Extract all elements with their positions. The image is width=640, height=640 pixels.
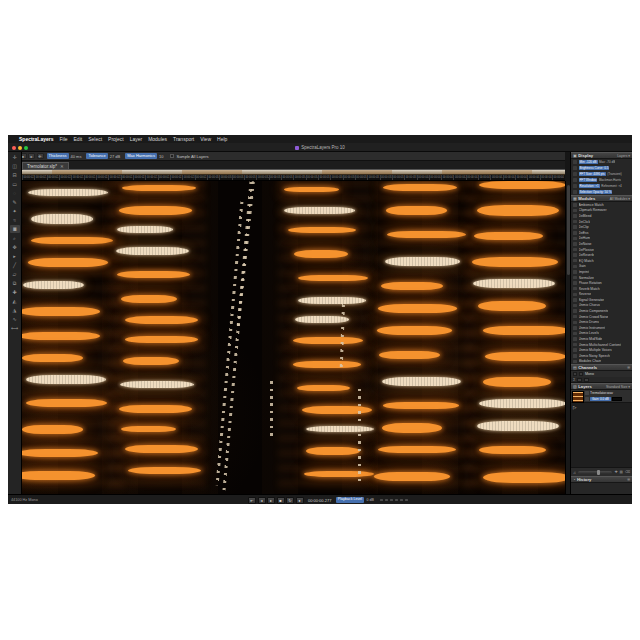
module-label: Ambience Match (579, 203, 604, 207)
harmonics-selection-tool[interactable]: ≣ (10, 225, 20, 233)
frequency-selection-tool[interactable]: ⊟ (10, 171, 20, 179)
display-row-chip[interactable]: Min: -120 dB (579, 160, 598, 165)
zoom-control-dot[interactable] (405, 499, 408, 502)
channel-select-button[interactable] (573, 372, 577, 376)
channel-mute-button[interactable] (579, 372, 583, 376)
tool-option-value[interactable]: 10 (159, 154, 163, 159)
menu-item-modules[interactable]: Modules (148, 135, 167, 143)
window-title: SpectraLayers Pro 10 (301, 145, 345, 150)
layers-size-dropdown[interactable]: Standard Size ▾ (606, 385, 630, 389)
display-row-chip[interactable]: Selection Opacity: 50 % (579, 190, 613, 195)
display-row-chip[interactable]: Brightness Curve: 0.5 (579, 166, 610, 171)
spectro-harmonic-bar (478, 301, 546, 311)
layer-volume-slider[interactable] (578, 471, 612, 474)
merge-layers-icon[interactable]: ▤ (620, 470, 623, 474)
channels-panel-header[interactable]: ▤ Channels ☰ (571, 364, 632, 371)
clone-stamp-tool[interactable]: ⧉ (10, 279, 20, 287)
zoom-control-dot[interactable] (400, 499, 403, 502)
module-label: Unmix Drums (579, 320, 600, 324)
pencil-tool[interactable]: ∿ (10, 315, 20, 323)
history-panel-header[interactable]: ◔ History ☰ (571, 476, 632, 483)
channels-panel-menu-icon[interactable]: ☰ (627, 366, 630, 370)
similarity-selection-tool[interactable]: ≈ (10, 216, 20, 224)
tool-option-value[interactable]: 40 ms (71, 154, 82, 159)
menu-item-project[interactable]: Project (108, 135, 124, 143)
zoom-control-dot[interactable] (380, 499, 383, 502)
display-row-chip[interactable]: FFT Size: 4096 pts (579, 172, 606, 177)
delete-layer-icon[interactable]: ⌫ (625, 470, 630, 474)
playback-level-chip[interactable]: Playback Level (336, 497, 364, 503)
transport-button-3[interactable]: ■ (277, 497, 285, 504)
zoom-control-dot[interactable] (395, 499, 398, 502)
transport-button-0[interactable]: ⇤ (248, 497, 256, 504)
layer-item[interactable]: Tremolator.wav Gain: 0.0 dB (571, 390, 632, 403)
layer-volume-slider-thumb[interactable] (597, 470, 600, 475)
sample-all-layers-checkbox[interactable] (170, 154, 174, 158)
tool-option-value[interactable]: 27 dB (110, 154, 120, 159)
display-row-icon (573, 184, 577, 188)
menu-item-layer[interactable]: Layer (130, 135, 143, 143)
modules-filter-dropdown[interactable]: All Modules ▾ (610, 197, 630, 201)
playback-level-value[interactable]: 0 dB (367, 498, 374, 502)
menu-item-view[interactable]: View (200, 135, 211, 143)
display-row-chip[interactable]: Resolution: ×1 (579, 184, 600, 189)
menu-item-file[interactable]: File (59, 135, 67, 143)
display-panel-header[interactable]: ▣ Display Layers ▾ (571, 152, 632, 159)
erase-tool[interactable]: ▱ (10, 270, 20, 278)
zoom-control-dot[interactable] (385, 499, 388, 502)
tab-close-icon[interactable]: ✕ (60, 164, 64, 169)
menu-item-select[interactable]: Select (88, 135, 102, 143)
heal-tool[interactable]: ✚ (10, 288, 20, 296)
layer-thumbnail[interactable] (572, 391, 584, 403)
module-icon (573, 231, 577, 235)
tool-option-chip[interactable]: Max Harmonics (125, 153, 157, 159)
ruler-tick: 00:00:03.480 (306, 175, 318, 180)
ruler-tick: 00:00:02.580 (121, 175, 133, 180)
tab-active-project[interactable]: Tremolator.slp* ✕ (22, 162, 69, 169)
zoom-tool[interactable]: ⌕ (10, 234, 20, 242)
history-panel-menu-icon[interactable]: ☰ (627, 478, 630, 482)
layer-name[interactable]: Tremolator.wav (590, 391, 632, 395)
layers-empty-area[interactable]: ▷ (571, 403, 632, 467)
modules-panel-header[interactable]: ▦ Modules All Modules ▾ (571, 195, 632, 202)
transport-button-2[interactable]: ▸ (267, 497, 275, 504)
layers-panel-header[interactable]: ▧ Layers Standard Size ▾ (571, 383, 632, 390)
toolbar-nav-button-3[interactable]: ✛ (37, 153, 44, 159)
play-tool[interactable]: ▸ (10, 252, 20, 260)
module-icon (573, 298, 577, 302)
hand-tool[interactable]: ✥ (10, 243, 20, 251)
tool-option-chip[interactable]: Tolerance (86, 153, 107, 159)
zoom-controls[interactable] (380, 499, 408, 502)
display-row-chip[interactable]: FFT Window (579, 178, 598, 183)
sum-icon[interactable]: Σ (573, 377, 575, 382)
amplify-tool[interactable]: ◭ (10, 297, 20, 305)
zoom-control-dot[interactable] (390, 499, 393, 502)
attenuate-tool[interactable]: ◮ (10, 306, 20, 314)
layer-gain-chip[interactable]: Gain: 0.0 dB (590, 397, 611, 402)
brush-selection-tool[interactable]: ✎ (10, 198, 20, 206)
draw-tool[interactable]: ╱ (10, 261, 20, 269)
menu-app-name[interactable]: SpectraLayers (19, 135, 53, 143)
tool-option-chip[interactable]: Thickness (47, 153, 69, 159)
time-selection-tool[interactable]: ◫ (10, 162, 20, 170)
add-layer-icon[interactable]: ✚ (614, 470, 617, 474)
lasso-selection-tool[interactable]: ◌ (10, 189, 20, 197)
sample-rate-label: 44100 Hz Mono (11, 498, 38, 502)
menu-item-transport[interactable]: Transport (173, 135, 194, 143)
magic-wand-tool[interactable]: ✦ (10, 207, 20, 215)
transport-button-1[interactable]: ◂ (258, 497, 266, 504)
display-mode-dropdown[interactable]: Layers ▾ (617, 154, 630, 158)
transform-tool[interactable]: ✛ (10, 153, 20, 161)
menu-item-edit[interactable]: Edit (74, 135, 83, 143)
menu-item-help[interactable]: Help (217, 135, 227, 143)
transport-button-5[interactable]: ● (296, 497, 304, 504)
rectangle-selection-tool[interactable]: ▭ (10, 180, 20, 188)
timecode-display[interactable]: 00:00:00.277 (308, 498, 331, 503)
layer-edit-icon[interactable] (585, 397, 589, 401)
toolbar-nav-button-2[interactable]: ▸ (28, 153, 35, 159)
transport-button-4[interactable]: ↻ (286, 497, 294, 504)
spectrogram-canvas[interactable] (22, 181, 565, 494)
display-row-icon (573, 178, 577, 182)
measure-tool[interactable]: ⟷ (10, 324, 20, 332)
layer-visibility-icon[interactable] (585, 391, 589, 395)
